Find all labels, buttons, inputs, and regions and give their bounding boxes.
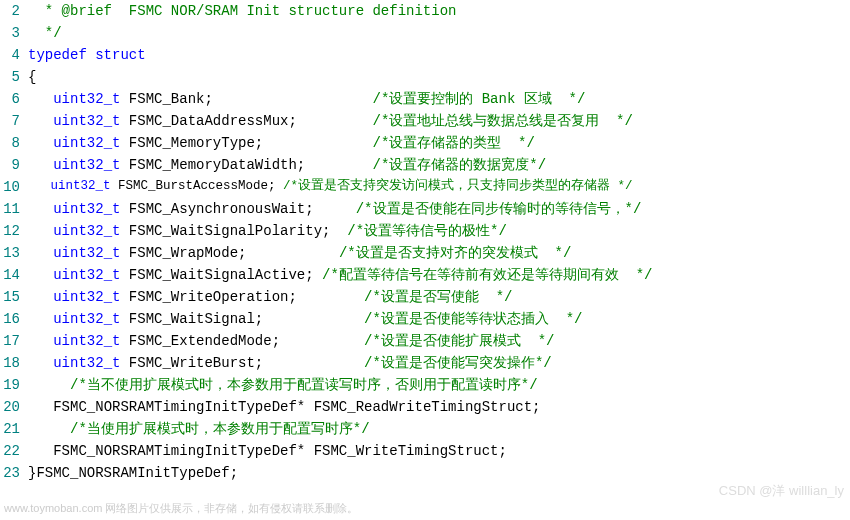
code-line-10: uint32_t FSMC_BurstAccessMode; /*设置是否支持突…	[28, 176, 850, 198]
member: FSMC_WriteBurst;	[129, 355, 263, 371]
line-number: 6	[0, 88, 20, 110]
type: uint32_t	[53, 267, 120, 283]
member: FSMC_AsynchronousWait;	[129, 201, 314, 217]
member: FSMC_NORSRAMTimingInitTypeDef* FSMC_Writ…	[53, 443, 507, 459]
type: uint32_t	[53, 135, 120, 151]
member: FSMC_ExtendedMode;	[129, 333, 280, 349]
code-line-19: /*当不使用扩展模式时，本参数用于配置读写时序，否则用于配置读时序*/	[28, 374, 850, 396]
line-number: 16	[0, 308, 20, 330]
watermark-toymoban: www.toymoban.com 网络图片仅供展示，非存储，如有侵权请联系删除。	[4, 500, 358, 518]
code-line-12: uint32_t FSMC_WaitSignalPolarity; /*设置等待…	[28, 220, 850, 242]
code-line-2: * @brief FSMC NOR/SRAM Init structure de…	[28, 0, 850, 22]
line-number: 9	[0, 154, 20, 176]
type: uint32_t	[53, 245, 120, 261]
type: uint32_t	[53, 289, 120, 305]
type: uint32_t	[53, 113, 120, 129]
code-line-14: uint32_t FSMC_WaitSignalActive; /*配置等待信号…	[28, 264, 850, 286]
line-number: 18	[0, 352, 20, 374]
line-number: 13	[0, 242, 20, 264]
member: FSMC_BurstAccessMode;	[118, 179, 283, 193]
member: FSMC_WaitSignalPolarity;	[129, 223, 331, 239]
code-line-5: {	[28, 66, 850, 88]
comment: */	[45, 25, 62, 41]
line-number: 15	[0, 286, 20, 308]
comment: /*设置地址总线与数据总线是否复用 */	[373, 113, 633, 129]
code-line-6: uint32_t FSMC_Bank; /*设置要控制的 Bank 区域 */	[28, 88, 850, 110]
keyword-typedef: typedef	[28, 47, 87, 63]
code-content: * @brief FSMC NOR/SRAM Init structure de…	[28, 0, 850, 484]
code-line-8: uint32_t FSMC_MemoryType; /*设置存储器的类型 */	[28, 132, 850, 154]
comment: /*设置是否写使能 */	[364, 289, 512, 305]
code-line-18: uint32_t FSMC_WriteBurst; /*设置是否使能写突发操作*…	[28, 352, 850, 374]
line-number: 20	[0, 396, 20, 418]
code-line-7: uint32_t FSMC_DataAddressMux; /*设置地址总线与数…	[28, 110, 850, 132]
line-number: 10	[0, 176, 20, 198]
line-number: 17	[0, 330, 20, 352]
line-number: 3	[0, 22, 20, 44]
line-number: 11	[0, 198, 20, 220]
code-line-9: uint32_t FSMC_MemoryDataWidth; /*设置存储器的数…	[28, 154, 850, 176]
comment: /*配置等待信号在等待前有效还是等待期间有效 */	[322, 267, 652, 283]
line-number: 22	[0, 440, 20, 462]
line-number: 21	[0, 418, 20, 440]
comment: /*设置要控制的 Bank 区域 */	[373, 91, 586, 107]
code-line-11: uint32_t FSMC_AsynchronousWait; /*设置是否使能…	[28, 198, 850, 220]
code-line-17: uint32_t FSMC_ExtendedMode; /*设置是否使能扩展模式…	[28, 330, 850, 352]
gutter: 2 3 4 5 6 7 8 9 10 11 12 13 14 15 16 17 …	[0, 0, 28, 484]
type: uint32_t	[53, 311, 120, 327]
comment: /*设置是否支持突发访问模式，只支持同步类型的存储器 */	[283, 179, 633, 193]
comment: /*设置等待信号的极性*/	[347, 223, 507, 239]
member: FSMC_MemoryType;	[129, 135, 263, 151]
line-number: 8	[0, 132, 20, 154]
line-number: 7	[0, 110, 20, 132]
type: uint32_t	[53, 157, 120, 173]
code-line-16: uint32_t FSMC_WaitSignal; /*设置是否使能等待状态插入…	[28, 308, 850, 330]
comment: /*设置存储器的数据宽度*/	[373, 157, 547, 173]
type: uint32_t	[53, 355, 120, 371]
type: uint32_t	[53, 201, 120, 217]
comment: /*设置是否使能等待状态插入 */	[364, 311, 582, 327]
comment: * @brief FSMC NOR/SRAM Init structure de…	[45, 3, 457, 19]
code-line-13: uint32_t FSMC_WrapMode; /*设置是否支持对齐的突发模式 …	[28, 242, 850, 264]
line-number: 23	[0, 462, 20, 484]
type: uint32_t	[53, 223, 120, 239]
code-line-21: /*当使用扩展模式时，本参数用于配置写时序*/	[28, 418, 850, 440]
code-line-15: uint32_t FSMC_WriteOperation; /*设置是否写使能 …	[28, 286, 850, 308]
comment: /*设置是否使能扩展模式 */	[364, 333, 554, 349]
member: FSMC_WriteOperation;	[129, 289, 297, 305]
line-number: 19	[0, 374, 20, 396]
type: uint32_t	[53, 91, 120, 107]
type: uint32_t	[51, 179, 111, 193]
line-number: 12	[0, 220, 20, 242]
type: uint32_t	[53, 333, 120, 349]
member: FSMC_DataAddressMux;	[129, 113, 297, 129]
comment: /*当使用扩展模式时，本参数用于配置写时序*/	[70, 421, 370, 437]
watermark-csdn: CSDN @洋 willlian_ly	[719, 481, 844, 502]
keyword-struct: struct	[95, 47, 145, 63]
comment: /*设置是否支持对齐的突发模式 */	[339, 245, 571, 261]
member: FSMC_NORSRAMTimingInitTypeDef* FSMC_Read…	[53, 399, 540, 415]
line-number: 4	[0, 44, 20, 66]
code-block: 2 3 4 5 6 7 8 9 10 11 12 13 14 15 16 17 …	[0, 0, 850, 484]
member: FSMC_WaitSignal;	[129, 311, 263, 327]
code-line-22: FSMC_NORSRAMTimingInitTypeDef* FSMC_Writ…	[28, 440, 850, 462]
comment: /*当不使用扩展模式时，本参数用于配置读写时序，否则用于配置读时序*/	[70, 377, 538, 393]
comment: /*设置存储器的类型 */	[372, 135, 534, 151]
member: FSMC_WrapMode;	[129, 245, 247, 261]
member: FSMC_Bank;	[129, 91, 213, 107]
line-number: 5	[0, 66, 20, 88]
line-number: 14	[0, 264, 20, 286]
code-line-4: typedef struct	[28, 44, 850, 66]
code-line-3: */	[28, 22, 850, 44]
member: FSMC_MemoryDataWidth;	[129, 157, 305, 173]
code-line-20: FSMC_NORSRAMTimingInitTypeDef* FSMC_Read…	[28, 396, 850, 418]
member: FSMC_WaitSignalActive;	[129, 267, 322, 283]
comment: /*设置是否使能在同步传输时的等待信号，*/	[356, 201, 642, 217]
comment: /*设置是否使能写突发操作*/	[364, 355, 552, 371]
line-number: 2	[0, 0, 20, 22]
